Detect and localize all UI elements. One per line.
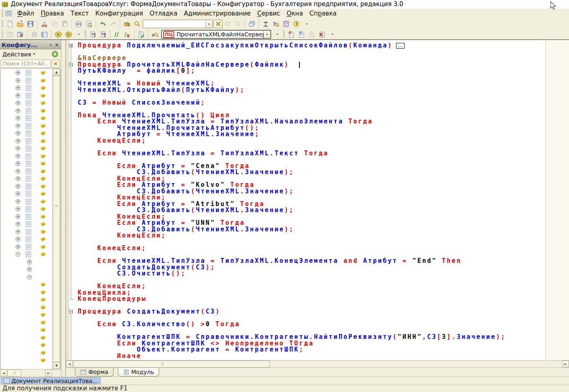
window-bar-item[interactable]: Документ РеализацияТова... <box>1 377 101 384</box>
expand-icon[interactable]: + <box>16 176 20 181</box>
overflow-button[interactable] <box>74 30 84 39</box>
expand-icon[interactable]: + <box>16 244 20 249</box>
expand-icon[interactable]: + <box>16 191 20 196</box>
scroll-down-button[interactable]: ▼ <box>53 362 60 369</box>
scroll-thumb[interactable] <box>53 76 60 362</box>
tree-vertical-scrollbar[interactable]: ▲ ▼ <box>52 69 60 369</box>
procedures-functions-button[interactable]: p <box>150 30 160 39</box>
code-editor[interactable]: +Процедура Подключаемый_ЕИСГосзакупкиОтк… <box>66 40 569 360</box>
actions-button[interactable]: Действия <box>2 51 36 58</box>
overflow-button[interactable] <box>272 30 282 39</box>
tree-node[interactable]: + <box>1 168 52 175</box>
expand-icon[interactable]: + <box>16 229 20 234</box>
menu-item-administration[interactable]: Администрирование <box>181 9 254 18</box>
tree-node[interactable]: + <box>1 258 52 266</box>
tree-node[interactable]: + <box>1 69 52 77</box>
expand-icon[interactable]: + <box>16 139 20 143</box>
expand-icon[interactable]: + <box>16 146 20 151</box>
tree-node[interactable]: + <box>1 228 52 236</box>
form-editor-button[interactable] <box>5 30 15 39</box>
tree-leaf[interactable] <box>1 326 52 334</box>
window-list-button[interactable] <box>247 19 257 29</box>
expand-icon[interactable]: + <box>16 101 20 105</box>
tab-module[interactable]: Модуль <box>118 368 160 376</box>
code-horizontal-scrollbar[interactable]: ◄ ► <box>66 360 569 367</box>
overflow-button[interactable] <box>301 19 312 29</box>
find-next-button[interactable] <box>223 19 233 29</box>
pin-icon[interactable] <box>49 43 53 47</box>
expand-icon[interactable]: + <box>16 184 20 189</box>
new-document-button[interactable] <box>5 19 15 29</box>
tree-node[interactable]: + <box>1 145 52 152</box>
save-button[interactable] <box>25 19 36 29</box>
toolbar-grip[interactable] <box>2 20 3 28</box>
clear-tree-search-button[interactable] <box>52 60 60 68</box>
search-input[interactable] <box>143 20 205 27</box>
tree-node[interactable]: + <box>1 152 52 160</box>
find-button[interactable] <box>132 19 142 29</box>
scroll-left-button[interactable]: ◄ <box>66 361 73 367</box>
help-contents-button[interactable] <box>281 19 291 29</box>
clear-search-button[interactable] <box>214 20 223 28</box>
fold-expanded-icon[interactable]: − <box>69 63 73 67</box>
tree-leaf[interactable] <box>1 289 52 296</box>
bookmark-delete-button[interactable] <box>317 30 327 39</box>
tree-node[interactable]: − <box>1 273 52 281</box>
form-table-button[interactable] <box>39 30 49 39</box>
scroll-thumb[interactable] <box>7 370 21 376</box>
menubar-grip[interactable] <box>2 9 3 18</box>
expand-icon[interactable]: + <box>16 169 20 174</box>
menu-item-help[interactable]: Справка <box>306 9 340 18</box>
tree-node[interactable]: + <box>1 190 52 198</box>
tree-leaf[interactable] <box>1 296 52 304</box>
tree-node[interactable]: + <box>1 243 52 251</box>
toolbar-grip[interactable] <box>283 30 285 38</box>
overflow-button[interactable] <box>327 30 337 39</box>
tree-node[interactable]: + <box>1 205 52 213</box>
tree-leaf[interactable] <box>1 311 52 319</box>
config-tree[interactable]: ++++++++++++++++++++++++−++− <box>1 69 52 369</box>
tree-leaf[interactable] <box>1 319 52 327</box>
tree-leaf[interactable] <box>1 349 52 357</box>
template-b-button[interactable]: ТВ <box>98 30 108 39</box>
tree-horizontal-scrollbar[interactable]: ◄ ► <box>0 369 61 376</box>
menu-item-service[interactable]: Сервис <box>254 9 283 18</box>
print-button[interactable] <box>74 19 84 29</box>
expand-icon[interactable]: + <box>16 78 20 83</box>
menu-item-windows[interactable]: Окна <box>283 9 306 18</box>
syntax-check-button[interactable] <box>136 30 146 39</box>
tree-node[interactable]: + <box>1 130 52 137</box>
tree-node[interactable]: + <box>1 220 52 228</box>
menu-item-debug[interactable]: Отладка <box>146 9 181 18</box>
expand-icon[interactable]: + <box>16 206 20 211</box>
toolbar-grip[interactable] <box>2 30 3 38</box>
tree-leaf[interactable] <box>1 341 52 349</box>
find-previous-button[interactable] <box>233 19 243 29</box>
expand-icon[interactable]: + <box>16 154 20 159</box>
tree-node[interactable]: + <box>1 122 52 130</box>
expand-icon[interactable]: + <box>16 161 20 166</box>
panel-splitter[interactable] <box>61 40 65 376</box>
tree-leaf[interactable] <box>1 356 52 364</box>
context-help-button[interactable]: ? <box>271 19 281 29</box>
scroll-thumb[interactable] <box>73 361 270 367</box>
scroll-right-button[interactable]: ► <box>562 361 569 367</box>
tree-leaf[interactable] <box>1 334 52 342</box>
fold-expanded-icon[interactable]: − <box>69 310 73 314</box>
expand-icon[interactable]: + <box>16 222 20 226</box>
expand-icon[interactable]: + <box>27 267 32 272</box>
redo-button[interactable] <box>108 19 118 29</box>
bookmark-question-button[interactable]: ? <box>297 30 307 39</box>
tree-node[interactable]: + <box>1 235 52 243</box>
scroll-right-button[interactable]: ► <box>45 370 52 376</box>
scroll-up-button[interactable]: ▲ <box>53 69 60 76</box>
procedure-combobox[interactable]: ПЦПрочитатьXMLФайлНаСервере <box>161 30 271 39</box>
menu-item-configuration[interactable]: Конфигурация <box>92 9 146 18</box>
template-a-button[interactable]: ТА <box>88 30 98 39</box>
uncomment-button[interactable]: /x <box>122 30 133 39</box>
db-history-button[interactable] <box>29 30 39 39</box>
run-application-button[interactable] <box>63 30 74 39</box>
search-dropdown-button[interactable] <box>205 20 212 28</box>
cut-button[interactable] <box>39 19 49 29</box>
tree-node[interactable]: + <box>1 77 52 85</box>
